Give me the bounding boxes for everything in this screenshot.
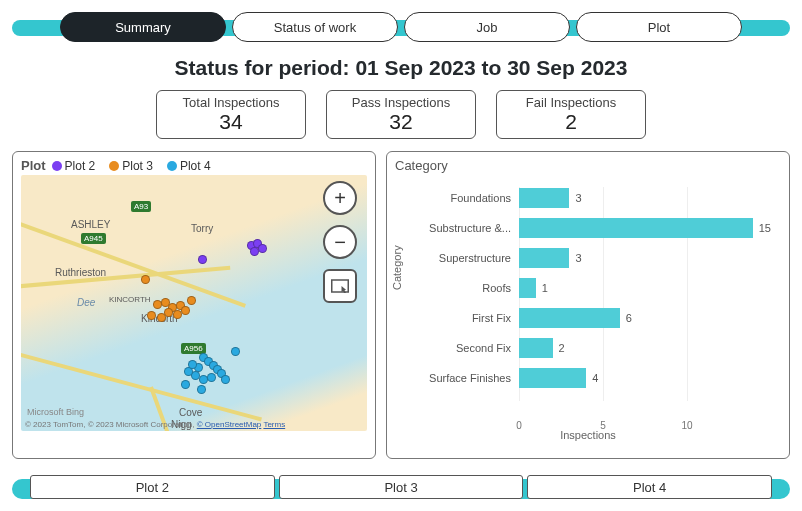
map-point-plot2[interactable] xyxy=(258,244,267,253)
tab-status-of-work[interactable]: Status of work xyxy=(232,12,398,42)
chart-bar-value: 1 xyxy=(542,282,548,294)
chart-bar-value: 4 xyxy=(592,372,598,384)
stat-label: Fail Inspections xyxy=(505,95,637,110)
map-title: Plot xyxy=(21,158,46,173)
zoom-in-button[interactable]: + xyxy=(323,181,357,215)
chart-bar-row: First Fix6 xyxy=(519,307,771,329)
map-point-plot3[interactable] xyxy=(181,306,190,315)
chart-bar-label: Second Fix xyxy=(409,342,519,354)
chart-bar-label: Superstructure xyxy=(409,252,519,264)
chart-bar[interactable] xyxy=(519,308,620,328)
chart-bar-label: First Fix xyxy=(409,312,519,324)
map-label: KINCORTH xyxy=(109,295,151,304)
road-badge: A945 xyxy=(81,233,106,244)
box-select-icon xyxy=(331,275,349,298)
chart-bar-label: Roofs xyxy=(409,282,519,294)
chart-bar-row: Surface Finishes4 xyxy=(519,367,771,389)
map-point-plot4[interactable] xyxy=(181,380,190,389)
plot-button-4[interactable]: Plot 4 xyxy=(527,475,772,499)
map-label: Cove xyxy=(179,407,202,418)
chart-bar-value: 15 xyxy=(759,222,771,234)
map-attribution: © 2023 TomTom, © 2023 Microsoft Corporat… xyxy=(25,420,363,429)
map-point-plot4[interactable] xyxy=(231,347,240,356)
map-point-plot4[interactable] xyxy=(207,373,216,382)
map-point-plot3[interactable] xyxy=(147,311,156,320)
legend-plot2[interactable]: Plot 2 xyxy=(52,159,96,173)
chart-x-axis: 0510 xyxy=(519,420,771,421)
map-provider-logo: Microsoft Bing xyxy=(27,407,84,417)
svg-rect-0 xyxy=(332,280,349,292)
road-badge: A93 xyxy=(131,201,151,212)
plot-button-2[interactable]: Plot 2 xyxy=(30,475,275,499)
map-legend: Plot Plot 2 Plot 3 Plot 4 xyxy=(21,158,367,173)
terms-link[interactable]: Terms xyxy=(263,420,285,429)
chart-bar-row: Superstructure3 xyxy=(519,247,771,269)
chart-bar-value: 3 xyxy=(575,252,581,264)
chart-bar-label: Surface Finishes xyxy=(409,372,519,384)
chart-bar-row: Roofs1 xyxy=(519,277,771,299)
stat-total-inspections: Total Inspections 34 xyxy=(156,90,306,139)
map-label: Torry xyxy=(191,223,213,234)
stats-row: Total Inspections 34 Pass Inspections 32… xyxy=(0,90,802,139)
map-point-plot2[interactable] xyxy=(250,247,259,256)
stat-pass-inspections: Pass Inspections 32 xyxy=(326,90,476,139)
stat-value: 32 xyxy=(335,110,467,134)
chart-panel: Category Category Foundations3Substructu… xyxy=(386,151,790,459)
chart-y-axis-label: Category xyxy=(391,245,403,290)
tab-plot[interactable]: Plot xyxy=(576,12,742,42)
map-point-plot4[interactable] xyxy=(188,360,197,369)
chart-bar[interactable] xyxy=(519,338,553,358)
map-label: ASHLEY xyxy=(71,219,110,230)
chart-bar-value: 2 xyxy=(559,342,565,354)
chart-bar[interactable] xyxy=(519,368,586,388)
map-point-plot3[interactable] xyxy=(187,296,196,305)
map-label: Ruthrieston xyxy=(55,267,106,278)
map-point-plot4[interactable] xyxy=(221,375,230,384)
zoom-out-button[interactable]: − xyxy=(323,225,357,259)
stat-value: 34 xyxy=(165,110,297,134)
chart-bar[interactable] xyxy=(519,188,569,208)
map-point-plot3[interactable] xyxy=(141,275,150,284)
map-panel: Plot Plot 2 Plot 3 Plot 4 A93 A945 A956 xyxy=(12,151,376,459)
legend-plot4[interactable]: Plot 4 xyxy=(167,159,211,173)
chart-bar-value: 3 xyxy=(575,192,581,204)
stat-fail-inspections: Fail Inspections 2 xyxy=(496,90,646,139)
osm-link[interactable]: © OpenStreetMap xyxy=(197,420,262,429)
map-point-plot2[interactable] xyxy=(198,255,207,264)
box-select-button[interactable] xyxy=(323,269,357,303)
chart-bars: Foundations3Substructure &...15Superstru… xyxy=(519,187,771,401)
stat-label: Total Inspections xyxy=(165,95,297,110)
map-controls: + − xyxy=(323,181,357,303)
chart-bar-label: Foundations xyxy=(409,192,519,204)
legend-dot-icon xyxy=(109,161,119,171)
legend-plot3[interactable]: Plot 3 xyxy=(109,159,153,173)
chart-x-axis-label: Inspections xyxy=(395,429,781,441)
content-row: Plot Plot 2 Plot 3 Plot 4 A93 A945 A956 xyxy=(0,151,802,459)
legend-dot-icon xyxy=(52,161,62,171)
chart-body: Category Foundations3Substructure &...15… xyxy=(395,175,781,445)
tab-job[interactable]: Job xyxy=(404,12,570,42)
map-point-plot3[interactable] xyxy=(157,313,166,322)
chart-bar-row: Second Fix2 xyxy=(519,337,771,359)
chart-bar-row: Substructure &...15 xyxy=(519,217,771,239)
plot-button-3[interactable]: Plot 3 xyxy=(279,475,524,499)
chart-bar-label: Substructure &... xyxy=(409,222,519,234)
chart-bar-value: 6 xyxy=(626,312,632,324)
legend-dot-icon xyxy=(167,161,177,171)
map-canvas[interactable]: A93 A945 A956 ASHLEY Torry Ruthrieston K… xyxy=(21,175,367,431)
chart-bar[interactable] xyxy=(519,278,536,298)
tab-summary[interactable]: Summary xyxy=(60,12,226,42)
chart-bar[interactable] xyxy=(519,218,753,238)
map-point-plot4[interactable] xyxy=(197,385,206,394)
page-title: Status for period: 01 Sep 2023 to 30 Sep… xyxy=(0,56,802,80)
map-point-plot4[interactable] xyxy=(199,375,208,384)
map-point-plot3[interactable] xyxy=(173,310,182,319)
stat-label: Pass Inspections xyxy=(335,95,467,110)
chart-title: Category xyxy=(395,158,781,173)
chart-bar[interactable] xyxy=(519,248,569,268)
stat-value: 2 xyxy=(505,110,637,134)
map-label: Dee xyxy=(77,297,95,308)
chart-bar-row: Foundations3 xyxy=(519,187,771,209)
top-tab-bar: Summary Status of work Job Plot xyxy=(0,0,802,50)
plot-button-bar: Plot 2 Plot 3 Plot 4 xyxy=(0,467,802,507)
